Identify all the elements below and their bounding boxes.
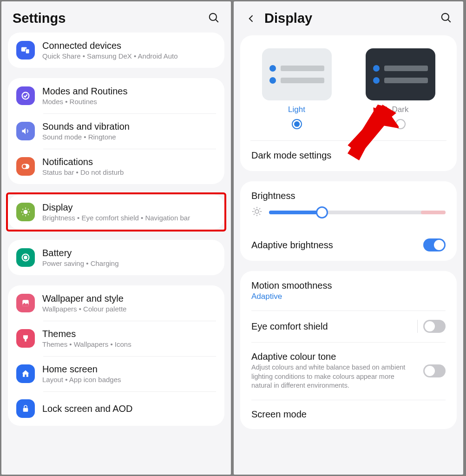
svg-line-22 bbox=[448, 20, 450, 22]
item-subtitle: Modes • Routines bbox=[42, 98, 127, 106]
settings-item-home-screen[interactable]: Home screen Layout • App icon badges bbox=[8, 356, 224, 391]
item-subtitle: Quick Share • Samsung DeX • Android Auto bbox=[42, 52, 178, 60]
settings-item-connected-devices[interactable]: Connected devices Quick Share • Samsung … bbox=[8, 33, 224, 68]
svg-point-7 bbox=[23, 210, 27, 214]
row-value: Adaptive bbox=[251, 292, 439, 301]
svg-line-1 bbox=[216, 20, 218, 22]
svg-rect-3 bbox=[26, 49, 29, 53]
theme-radio-dark[interactable] bbox=[395, 119, 406, 129]
display-icon bbox=[16, 203, 35, 221]
item-title: Sounds and vibration bbox=[42, 121, 130, 132]
item-subtitle: Status bar • Do not disturb bbox=[42, 168, 124, 176]
home-icon bbox=[16, 364, 35, 383]
settings-group: Battery Power saving • Charging bbox=[8, 240, 224, 275]
display-header: Display bbox=[234, 1, 463, 35]
eye-comfort-row[interactable]: Eye comfort shield bbox=[240, 311, 457, 342]
svg-line-28 bbox=[254, 208, 255, 209]
divider bbox=[417, 320, 418, 333]
battery-icon bbox=[16, 248, 35, 267]
display-screen: Display Light Dark bbox=[234, 1, 463, 475]
theme-radio-light[interactable] bbox=[292, 119, 302, 129]
svg-line-30 bbox=[254, 214, 255, 215]
search-icon[interactable] bbox=[440, 12, 452, 26]
settings-header: Settings bbox=[1, 1, 231, 35]
eye-comfort-toggle[interactable] bbox=[423, 320, 446, 333]
theme-option-light[interactable]: Light bbox=[262, 48, 332, 129]
settings-item-notifications[interactable]: Notifications Status bar • Do not distur… bbox=[8, 149, 224, 184]
settings-group: Modes and Routines Modes • Routines Soun… bbox=[8, 78, 224, 184]
brightness-sun-icon bbox=[251, 206, 263, 219]
settings-screen: Settings Connected devices Quick Share •… bbox=[1, 1, 231, 475]
notifications-icon bbox=[16, 157, 35, 176]
themes-icon bbox=[16, 329, 35, 348]
brightness-slider[interactable] bbox=[269, 211, 446, 214]
screen-mode-row[interactable]: Screen mode bbox=[240, 400, 457, 429]
row-label: Eye comfort shield bbox=[251, 321, 328, 332]
highlight-box: Display Brightness • Eye comfort shield … bbox=[6, 192, 226, 231]
svg-line-31 bbox=[259, 208, 260, 209]
settings-item-sounds[interactable]: Sounds and vibration Sound mode • Ringto… bbox=[8, 113, 224, 149]
theme-label: Light bbox=[288, 105, 305, 114]
item-subtitle: Wallpapers • Colour palette bbox=[42, 305, 126, 313]
modes-icon bbox=[16, 86, 35, 105]
theme-option-dark[interactable]: Dark bbox=[366, 48, 435, 129]
adaptive-brightness-toggle[interactable] bbox=[423, 238, 446, 251]
connected-devices-icon bbox=[16, 41, 35, 60]
item-subtitle: Themes • Wallpapers • Icons bbox=[42, 340, 131, 348]
adaptive-brightness-row[interactable]: Adaptive brightness bbox=[240, 229, 457, 261]
item-title: Wallpaper and style bbox=[42, 293, 126, 304]
settings-item-wallpaper[interactable]: Wallpaper and style Wallpapers • Colour … bbox=[8, 285, 224, 321]
brightness-card: Brightness Adaptive brightness bbox=[240, 181, 457, 261]
item-title: Lock screen and AOD bbox=[42, 403, 133, 414]
theme-label: Dark bbox=[392, 105, 409, 114]
wallpaper-icon bbox=[16, 294, 35, 312]
svg-line-14 bbox=[22, 214, 23, 215]
settings-item-themes[interactable]: Themes Themes • Wallpapers • Icons bbox=[8, 321, 224, 356]
search-icon[interactable] bbox=[208, 12, 220, 26]
item-title: Modes and Routines bbox=[42, 86, 127, 97]
motion-smoothness-row[interactable]: Motion smoothness Adaptive bbox=[240, 271, 457, 311]
row-label: Motion smoothness bbox=[251, 280, 439, 291]
svg-rect-20 bbox=[23, 408, 28, 412]
svg-line-12 bbox=[22, 209, 23, 209]
settings-group: Connected devices Quick Share • Samsung … bbox=[8, 33, 224, 68]
sound-icon bbox=[16, 122, 35, 140]
brightness-label: Brightness bbox=[240, 181, 457, 206]
item-title: Notifications bbox=[42, 157, 124, 167]
settings-item-modes-routines[interactable]: Modes and Routines Modes • Routines bbox=[8, 78, 224, 113]
svg-point-0 bbox=[210, 13, 217, 20]
svg-rect-19 bbox=[25, 339, 26, 342]
item-title: Battery bbox=[42, 248, 119, 258]
item-title: Display bbox=[42, 202, 190, 213]
colour-tone-toggle[interactable] bbox=[423, 364, 446, 377]
item-title: Connected devices bbox=[42, 40, 178, 51]
item-subtitle: Layout • App icon badges bbox=[42, 376, 121, 383]
svg-point-6 bbox=[23, 165, 26, 168]
lock-icon bbox=[16, 399, 35, 418]
dark-mode-settings-link[interactable]: Dark mode settings bbox=[240, 141, 457, 171]
settings-group: Wallpaper and style Wallpapers • Colour … bbox=[8, 285, 224, 426]
settings-item-lock-screen[interactable]: Lock screen and AOD bbox=[8, 391, 224, 426]
page-title: Settings bbox=[13, 11, 66, 26]
row-description: Adjust colours and white balance based o… bbox=[251, 363, 417, 390]
dark-preview-icon bbox=[366, 48, 435, 100]
row-label: Adaptive colour tone bbox=[251, 351, 417, 362]
back-button[interactable] bbox=[245, 12, 258, 25]
svg-line-13 bbox=[28, 214, 28, 215]
light-preview-icon bbox=[262, 48, 332, 100]
settings-item-battery[interactable]: Battery Power saving • Charging bbox=[8, 240, 224, 275]
item-subtitle: Power saving • Charging bbox=[42, 259, 119, 267]
row-label: Screen mode bbox=[251, 409, 307, 420]
page-title: Display bbox=[264, 11, 312, 26]
item-subtitle: Sound mode • Ringtone bbox=[42, 133, 130, 141]
svg-line-29 bbox=[259, 214, 260, 215]
adaptive-colour-tone-row[interactable]: Adaptive colour tone Adjust colours and … bbox=[240, 342, 457, 400]
settings-item-display[interactable]: Display Brightness • Eye comfort shield … bbox=[8, 194, 224, 230]
svg-point-23 bbox=[255, 210, 259, 213]
svg-line-15 bbox=[28, 209, 28, 209]
settings-group: Display Brightness • Eye comfort shield … bbox=[8, 194, 224, 230]
display-options-card: Motion smoothness Adaptive Eye comfort s… bbox=[240, 271, 457, 429]
svg-point-21 bbox=[442, 13, 449, 20]
item-title: Themes bbox=[42, 329, 131, 339]
item-subtitle: Brightness • Eye comfort shield • Naviga… bbox=[42, 214, 190, 222]
